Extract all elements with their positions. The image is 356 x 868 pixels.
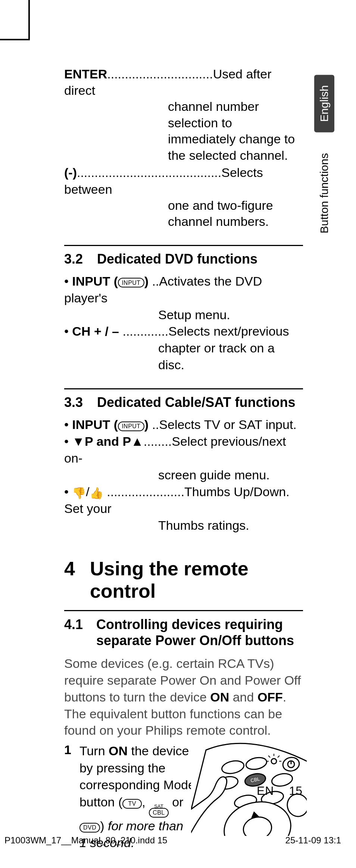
val-input-dvd-2: Setup menu.	[64, 307, 303, 323]
def-dash-val-rest: one and two-figure channel numbers.	[64, 197, 303, 230]
label-input: INPUT	[72, 274, 110, 288]
tab-button-functions: Button functions	[314, 143, 334, 244]
chapter-num: 4	[64, 558, 75, 603]
leader-dots: .............	[119, 324, 168, 338]
manual-page: English Button functions ENTER..........…	[0, 0, 356, 868]
para-4-1-b: The equivalent button functions can be f…	[64, 706, 303, 739]
leader-dots: ..............................	[107, 67, 213, 81]
page-lang: EN	[257, 784, 274, 798]
footer-date: 25-11-09 13:1	[285, 835, 341, 846]
heading-title: Dedicated DVD functions	[97, 251, 257, 267]
def-enter-val-rest: channel number selection to immediately …	[64, 99, 303, 164]
def-enter: ENTER..............................Used …	[64, 66, 303, 164]
print-footer: P1003WM_17__Manual_80_210.indd 15 25-11-…	[0, 835, 356, 846]
svg-point-3	[271, 759, 277, 764]
keycap-input-icon: INPUT	[118, 421, 144, 431]
footer-file: P1003WM_17__Manual_80_210.indd 15	[4, 835, 167, 846]
row-thumbs: • 👎/👍 ......................Thumbs Up/Do…	[64, 483, 303, 534]
leader-dots: ........................................…	[77, 165, 221, 180]
divider	[64, 610, 303, 611]
val-input-sat: Selects TV or SAT input.	[159, 417, 297, 432]
leader-dots: ..	[149, 274, 159, 288]
page-number: EN 15	[257, 784, 302, 798]
divider	[64, 245, 303, 246]
def-dash: (-).....................................…	[64, 164, 303, 230]
leader-dots: ......................	[103, 485, 184, 499]
label-input: INPUT	[72, 417, 110, 432]
heading-4-1: 4.1 Controlling devices requiring separa…	[64, 616, 303, 648]
divider	[64, 388, 303, 389]
keycap-cbl-icon: CBL	[149, 808, 169, 818]
heading-num: 4.1	[64, 616, 83, 648]
def-dash-key: (-)	[64, 165, 77, 180]
keycap-input-icon: INPUT	[118, 278, 144, 287]
thumbs-down-icon: 👎	[72, 486, 86, 501]
leader-dots: ........	[144, 434, 172, 448]
heading-3-2: 3.2 Dedicated DVD functions	[64, 251, 303, 267]
chapter-title: Using the remote control	[90, 558, 303, 603]
row-p: • ▼P and P▲........Select previous/next …	[64, 433, 303, 483]
def-enter-key: ENTER	[64, 67, 107, 81]
keycap-dvd-icon: DVD	[79, 823, 100, 833]
text-on: ON	[109, 744, 128, 758]
crop-mark-v	[28, 0, 30, 40]
para-4-1-a: Some devices (e.g. certain RCA TVs) requ…	[64, 655, 303, 706]
label-ch: CH + / –	[72, 324, 119, 338]
tab-english: English	[314, 75, 334, 132]
crop-mark-h	[0, 39, 30, 40]
heading-title: Controlling devices requiring separate P…	[96, 616, 303, 648]
heading-chapter-4: 4 Using the remote control	[64, 558, 303, 603]
text: or	[169, 795, 184, 809]
val-ch-1: Selects next/previous	[168, 324, 289, 338]
row-ch: • CH + / – .............Selects next/pre…	[64, 323, 303, 373]
val-p-2: screen guide menu.	[64, 467, 303, 483]
text: and	[229, 690, 257, 704]
row-input-dvd: • INPUT (INPUT) ..Activates the DVD play…	[64, 273, 303, 323]
leader-dots: ..	[149, 417, 159, 432]
label-p: ▼P and P▲	[72, 434, 143, 448]
text: Turn	[79, 744, 109, 758]
content-column: ENTER..............................Used …	[64, 66, 303, 852]
text: )	[100, 819, 108, 833]
thumbs-up-icon: 👍	[90, 486, 103, 501]
text: .	[283, 690, 286, 704]
heading-num: 3.2	[64, 251, 83, 267]
row-input-sat: • INPUT (INPUT) ..Selects TV or SAT inpu…	[64, 416, 303, 433]
keycap-cbl-sat-icon: SATCBL	[149, 804, 169, 818]
val-ch-2: chapter or track on a disc.	[64, 340, 303, 373]
heading-3-3: 3.3 Dedicated Cable/SAT functions	[64, 395, 303, 410]
val-thumb-2: Thumbs ratings.	[64, 517, 303, 534]
text-on: ON	[210, 690, 229, 704]
page-num: 15	[289, 784, 302, 798]
heading-title: Dedicated Cable/SAT functions	[97, 395, 295, 410]
heading-num: 3.3	[64, 395, 83, 410]
keycap-tv-icon: TV	[122, 799, 142, 809]
side-tabs: English Button functions	[314, 75, 334, 244]
text-off: OFF	[257, 690, 283, 704]
